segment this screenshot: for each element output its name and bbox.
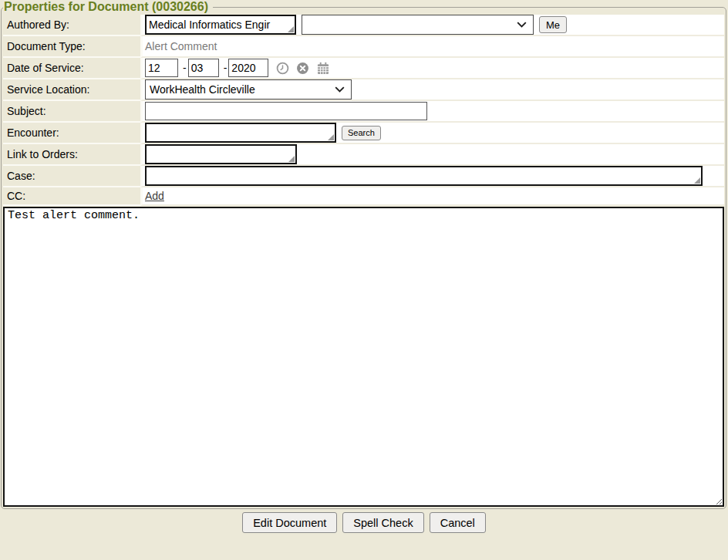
link-to-orders-input[interactable] bbox=[145, 144, 297, 164]
document-type-value-cell: Alert Comment bbox=[140, 36, 724, 58]
calendar-icon[interactable] bbox=[316, 62, 330, 75]
row-subject: Subject: bbox=[3, 101, 724, 123]
row-document-type: Document Type: Alert Comment bbox=[3, 36, 724, 58]
date-month-input[interactable] bbox=[145, 59, 178, 77]
service-location-label: Service Location: bbox=[3, 79, 140, 101]
chevron-down-icon bbox=[517, 22, 527, 28]
case-label: Case: bbox=[3, 166, 140, 187]
date-of-service-value-cell: - - bbox=[140, 58, 724, 79]
date-icon-group bbox=[276, 62, 330, 75]
document-body-textarea[interactable]: Test alert comment. bbox=[3, 207, 724, 507]
service-location-value-cell: WorkHealth Circleville bbox=[140, 79, 724, 101]
row-cc: CC: Add bbox=[3, 187, 724, 206]
row-authored-by: Authored By: Me bbox=[3, 15, 724, 36]
subject-value-cell bbox=[140, 101, 724, 123]
row-encounter: Encounter: Search bbox=[3, 123, 724, 144]
clear-icon[interactable] bbox=[296, 62, 309, 75]
link-to-orders-value-cell bbox=[140, 144, 724, 166]
chevron-down-icon bbox=[335, 86, 345, 93]
subject-label: Subject: bbox=[3, 101, 140, 123]
encounter-label: Encounter: bbox=[3, 123, 140, 144]
spell-check-button[interactable]: Spell Check bbox=[342, 512, 423, 533]
search-button[interactable]: Search bbox=[342, 126, 381, 140]
authored-by-value-cell: Me bbox=[140, 15, 724, 36]
authored-by-secondary-select[interactable] bbox=[302, 15, 534, 35]
authored-by-label: Authored By: bbox=[3, 15, 140, 36]
date-separator: - bbox=[183, 62, 187, 74]
cancel-button[interactable]: Cancel bbox=[430, 512, 486, 533]
encounter-input[interactable] bbox=[145, 123, 336, 143]
document-type-label: Document Type: bbox=[3, 36, 140, 58]
date-day-input[interactable] bbox=[188, 59, 219, 77]
authored-by-input[interactable] bbox=[145, 15, 296, 35]
link-to-orders-input-wrap bbox=[145, 144, 297, 164]
case-input-wrap bbox=[145, 166, 703, 186]
date-separator: - bbox=[224, 62, 228, 74]
date-year-input[interactable] bbox=[228, 59, 268, 77]
row-service-location: Service Location: WorkHealth Circleville bbox=[3, 79, 724, 101]
clock-icon[interactable] bbox=[276, 62, 289, 75]
encounter-value-cell: Search bbox=[140, 123, 724, 144]
select-value: WorkHealth Circleville bbox=[150, 83, 255, 96]
footer-button-bar: Edit Document Spell Check Cancel bbox=[0, 512, 728, 533]
cc-add-link[interactable]: Add bbox=[145, 190, 164, 202]
edit-document-button[interactable]: Edit Document bbox=[242, 512, 337, 533]
cc-label: CC: bbox=[3, 187, 140, 206]
document-properties-panel: Properties for Document (0030266) Author… bbox=[1, 0, 726, 509]
cc-value-cell: Add bbox=[140, 187, 724, 206]
service-location-select[interactable]: WorkHealth Circleville bbox=[145, 79, 352, 100]
document-type-value: Alert Comment bbox=[145, 40, 217, 52]
subject-input[interactable] bbox=[145, 102, 427, 120]
authored-by-input-wrap bbox=[145, 15, 296, 35]
date-of-service-label: Date of Service: bbox=[3, 58, 140, 79]
row-date-of-service: Date of Service: - - bbox=[3, 58, 724, 79]
me-button[interactable]: Me bbox=[539, 16, 567, 33]
case-value-cell bbox=[140, 166, 724, 187]
link-to-orders-label: Link to Orders: bbox=[3, 144, 140, 166]
case-input[interactable] bbox=[145, 166, 703, 186]
page-title: Properties for Document (0030266) bbox=[3, 0, 213, 14]
row-case: Case: bbox=[3, 166, 724, 187]
encounter-input-wrap bbox=[145, 123, 336, 143]
row-link-to-orders: Link to Orders: bbox=[3, 144, 724, 166]
